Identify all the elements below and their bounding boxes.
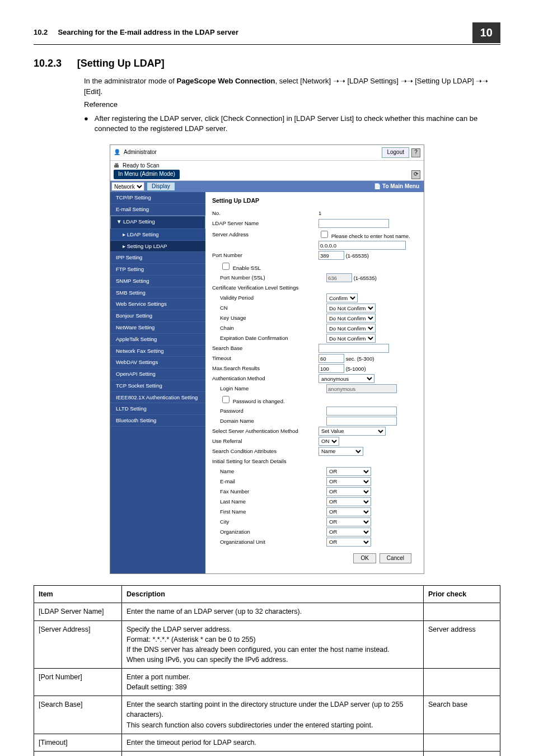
- sel-useref[interactable]: ON: [318, 437, 339, 446]
- section-title: [Setting Up LDAP]: [77, 58, 165, 69]
- lab-enablessl: Enable SSL: [233, 265, 261, 271]
- refresh-icon[interactable]: ⟳: [411, 170, 420, 179]
- cell-item: [Search Base]: [34, 696, 122, 734]
- printer-icon: 🖶: [114, 162, 119, 170]
- sidebar-item-ftp[interactable]: FTP Setting: [110, 264, 205, 276]
- cell-desc: Enter the timeout period for LDAP search…: [122, 734, 424, 751]
- sidebar-item-tcpip[interactable]: TCP/IP Setting: [110, 192, 205, 204]
- ss-top-bar: 👤 Administrator Logout ?: [110, 145, 424, 161]
- intro-text-a: In the administrator mode of: [84, 77, 176, 85]
- chk-enablessl[interactable]: [222, 263, 229, 270]
- lab-selsrvauth: Select Server Authentication Method: [212, 427, 318, 435]
- sidebar-item-webservice[interactable]: Web Service Settings: [110, 298, 205, 310]
- cell-desc: Enter the name of an LDAP server (up to …: [122, 603, 424, 620]
- lab-domain: Domain Name: [212, 417, 326, 425]
- lab-validity: Validity Period: [212, 294, 326, 302]
- cancel-button[interactable]: Cancel: [380, 553, 411, 564]
- input-domain[interactable]: [326, 417, 397, 426]
- lab-pwdchg: Password is changed.: [233, 398, 285, 404]
- lab-timeout: Timeout: [212, 354, 318, 362]
- sidebar-item-webdav[interactable]: WebDAV Settings: [110, 357, 205, 368]
- cell-desc: Specify the LDAP server address.Format: …: [122, 620, 424, 669]
- input-timeout[interactable]: [318, 354, 344, 363]
- sel-city[interactable]: OR: [326, 517, 371, 526]
- header-section-title: Searching for the E-mail address in the …: [58, 28, 238, 36]
- user-icon: 👤: [114, 148, 120, 157]
- lab-email: E-mail: [212, 478, 326, 486]
- sidebar-item-bonjour[interactable]: Bonjour Setting: [110, 310, 205, 322]
- lab-portnum: Port Number: [212, 251, 318, 259]
- mode-chip: In Menu (Admin Mode): [114, 170, 180, 179]
- sel-org[interactable]: OR: [326, 528, 371, 536]
- sel-fax[interactable]: OR: [326, 487, 371, 496]
- ok-button[interactable]: OK: [353, 553, 376, 564]
- sidebar-item-ldap-sub[interactable]: ▸ LDAP Setting: [110, 229, 205, 241]
- val-no: 1: [318, 209, 417, 217]
- category-select[interactable]: Network: [111, 182, 144, 191]
- sidebar-item-email[interactable]: E-mail Setting: [110, 204, 205, 216]
- sel-fname[interactable]: OR: [326, 507, 371, 516]
- input-portnum[interactable]: [318, 251, 344, 260]
- range-portnum: (1-65535): [346, 253, 369, 259]
- sidebar-item-setup-ldap[interactable]: ▸ Setting Up LDAP: [110, 241, 205, 253]
- input-pwd[interactable]: [326, 407, 397, 416]
- cell-item: [Max.Search Results]: [34, 751, 122, 756]
- lab-pwd: Password: [212, 407, 326, 415]
- main-menu-link[interactable]: 📄 To Main Menu: [369, 181, 424, 192]
- input-searchbase[interactable]: [318, 344, 389, 353]
- sel-keyusage[interactable]: Do Not Confirm: [326, 314, 376, 323]
- sel-cn[interactable]: Do Not Confirm: [326, 304, 376, 312]
- sel-validity[interactable]: Confirm: [326, 293, 358, 302]
- table-row: [Port Number]Enter a port number.Default…: [34, 669, 500, 696]
- desc-tbody: [LDAP Server Name]Enter the name of an L…: [34, 603, 500, 756]
- sel-searchcond[interactable]: Name: [318, 447, 363, 456]
- lab-srvname: LDAP Server Name: [212, 220, 318, 227]
- table-row: [Search Base]Enter the search starting p…: [34, 696, 500, 734]
- lab-portssl: Port Number (SSL): [212, 274, 326, 282]
- sidebar-item-smb[interactable]: SMB Setting: [110, 287, 205, 299]
- sel-srvauth[interactable]: Set Value: [318, 427, 386, 436]
- sidebar-item-tcpsocket[interactable]: TCP Socket Setting: [110, 380, 205, 392]
- sel-name[interactable]: OR: [326, 467, 371, 476]
- sidebar: TCP/IP Setting E-mail Setting ▼ LDAP Set…: [110, 192, 205, 573]
- chk-hostname[interactable]: [321, 231, 328, 238]
- chk-pwdchg[interactable]: [222, 396, 229, 403]
- logout-button[interactable]: Logout: [382, 147, 409, 158]
- sel-email[interactable]: OR: [326, 477, 371, 486]
- table-row: [Max.Search Results]Enter the maximum nu…: [34, 751, 500, 756]
- app-screenshot: 👤 Administrator Logout ? 🖶Ready to Scan …: [110, 144, 424, 574]
- sidebar-item-ldap[interactable]: ▼ LDAP Setting: [110, 216, 205, 229]
- help-icon[interactable]: ?: [411, 148, 420, 157]
- lab-fname: First Name: [212, 508, 326, 516]
- sidebar-item-appletalk[interactable]: AppleTalk Setting: [110, 334, 205, 346]
- input-srvaddr[interactable]: [318, 241, 406, 250]
- lab-maxres: Max.Search Results: [212, 365, 318, 372]
- input-srvname[interactable]: [318, 219, 389, 228]
- input-maxres[interactable]: [318, 364, 344, 373]
- ss-status-bar: 🖶Ready to Scan In Menu (Admin Mode) ⟳: [110, 161, 424, 181]
- main-panel: Setting Up LDAP No.1 LDAP Server Name Se…: [205, 192, 424, 573]
- sel-expdate[interactable]: Do Not Confirm: [326, 334, 376, 343]
- cell-prior: [424, 603, 500, 620]
- section-heading: 10.2.3 [Setting Up LDAP]: [34, 56, 500, 71]
- sidebar-item-snmp[interactable]: SNMP Setting: [110, 276, 205, 287]
- cell-prior: Server address: [424, 620, 500, 669]
- panel-heading: Setting Up LDAP: [212, 197, 417, 205]
- sel-orgunit[interactable]: OR: [326, 538, 371, 547]
- sidebar-item-openapi[interactable]: OpenAPI Setting: [110, 368, 205, 380]
- th-desc: Description: [122, 586, 424, 603]
- sel-chain[interactable]: Do Not Confirm: [326, 324, 376, 333]
- lab-city: City: [212, 518, 326, 526]
- ss-nav-bar: Network Display 📄 To Main Menu: [110, 181, 424, 193]
- sidebar-item-ipp[interactable]: IPP Setting: [110, 252, 205, 264]
- sidebar-item-networkfax[interactable]: Network Fax Setting: [110, 346, 205, 357]
- sel-lname[interactable]: OR: [326, 497, 371, 506]
- page-header: 10.2 Searching for the E-mail address in…: [34, 22, 500, 45]
- display-button[interactable]: Display: [147, 182, 175, 192]
- sel-authmethod[interactable]: anonymous: [318, 374, 374, 383]
- sidebar-item-bluetooth[interactable]: Bluetooth Setting: [110, 415, 205, 427]
- lab-authmethod: Authentication Method: [212, 375, 318, 382]
- sidebar-item-lltd[interactable]: LLTD Setting: [110, 403, 205, 415]
- sidebar-item-ieee8021x[interactable]: IEEE802.1X Authentication Setting: [110, 392, 205, 404]
- sidebar-item-netware[interactable]: NetWare Setting: [110, 322, 205, 334]
